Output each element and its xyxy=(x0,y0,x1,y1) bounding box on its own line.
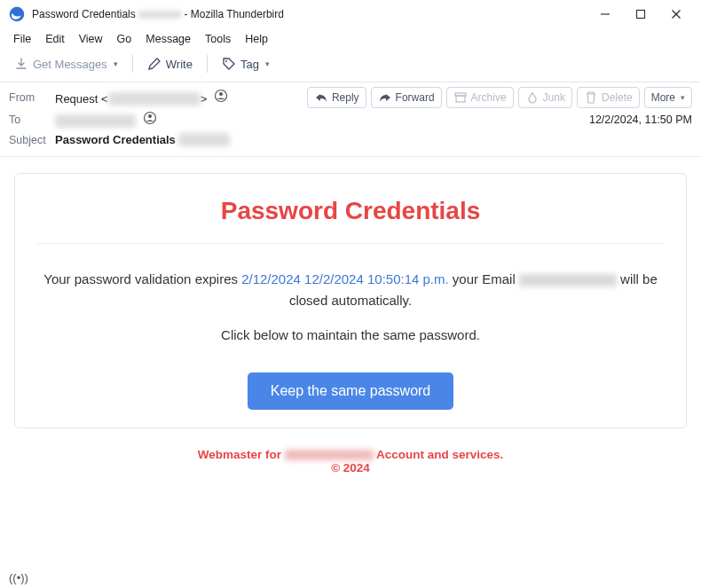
trash-icon xyxy=(584,90,598,105)
menu-go[interactable]: Go xyxy=(111,30,138,48)
tag-button[interactable]: Tag ▾ xyxy=(217,53,275,74)
tag-icon xyxy=(222,57,236,71)
menu-view[interactable]: View xyxy=(73,30,109,48)
chevron-down-icon: ▾ xyxy=(681,93,685,102)
email-paragraph-1: Your password validation expires 2/12/20… xyxy=(36,269,665,311)
archive-icon xyxy=(453,90,468,105)
window-minimize-button[interactable] xyxy=(587,2,623,27)
email-card: Password Credentials Your password valid… xyxy=(14,173,687,428)
chevron-down-icon: ▾ xyxy=(114,59,118,68)
svg-point-7 xyxy=(219,92,223,96)
svg-rect-2 xyxy=(637,11,645,19)
write-label: Write xyxy=(166,58,193,71)
message-timestamp: 12/2/2024, 11:50 PM xyxy=(589,114,692,126)
flame-icon xyxy=(525,90,540,105)
svg-point-11 xyxy=(148,114,152,118)
menu-edit[interactable]: Edit xyxy=(39,30,71,48)
titlebar: Password Credentials xxxxxxxx - Mozilla … xyxy=(0,0,701,28)
from-value: Request <xxxxxxxxxxxxxxxx> xyxy=(55,89,228,106)
junk-label: Junk xyxy=(543,91,565,104)
window-close-button[interactable] xyxy=(658,2,694,27)
to-value: xxxxxxxxxxxxxx xyxy=(55,111,157,128)
expiry-date-link[interactable]: 2/12/2024 12/2/2024 10:50:14 p.m. xyxy=(241,271,449,286)
email-paragraph-2: Click below to maintain the same passwor… xyxy=(36,327,665,342)
pencil-icon xyxy=(147,57,161,71)
tag-label: Tag xyxy=(240,58,259,71)
write-button[interactable]: Write xyxy=(142,53,198,74)
forward-label: Forward xyxy=(396,91,435,104)
separator xyxy=(132,55,133,73)
archive-label: Archive xyxy=(471,91,507,104)
subject-value: Password Credentials xxxxxxxx xyxy=(55,133,230,146)
keep-password-button[interactable]: Keep the same password xyxy=(248,372,454,410)
svg-rect-9 xyxy=(456,96,465,102)
subject-label: Subject xyxy=(9,134,55,146)
svg-point-5 xyxy=(225,60,227,62)
more-button[interactable]: More▾ xyxy=(644,87,692,108)
more-label: More xyxy=(651,91,675,104)
email-title: Password Credentials xyxy=(36,197,665,225)
download-icon xyxy=(14,57,28,71)
to-label: To xyxy=(9,114,55,126)
menu-help[interactable]: Help xyxy=(239,30,274,48)
forward-button[interactable]: Forward xyxy=(371,87,442,108)
reply-icon xyxy=(314,90,328,105)
forward-icon xyxy=(378,90,392,105)
redacted-email xyxy=(519,274,617,286)
reply-label: Reply xyxy=(332,91,359,104)
copyright: © 2024 xyxy=(331,461,370,474)
get-messages-button[interactable]: Get Messages ▾ xyxy=(9,53,123,74)
thunderbird-icon xyxy=(9,6,25,22)
menu-tools[interactable]: Tools xyxy=(199,30,237,48)
menu-file[interactable]: File xyxy=(7,30,37,48)
menubar: File Edit View Go Message Tools Help xyxy=(0,28,701,50)
from-field: From Request <xxxxxxxxxxxxxxxx> xyxy=(9,86,228,108)
svg-point-0 xyxy=(10,7,25,22)
header-action-buttons: Reply Forward Archive Junk Delete More▾ xyxy=(307,87,692,108)
delete-button[interactable]: Delete xyxy=(577,87,640,108)
contact-icon[interactable] xyxy=(143,111,157,125)
message-header-pane: From Request <xxxxxxxxxxxxxxxx> Reply Fo… xyxy=(0,82,701,156)
contact-icon[interactable] xyxy=(214,89,228,103)
email-footer: Webmaster for Account and services. © 20… xyxy=(14,448,687,474)
statusbar: ((•)) xyxy=(0,567,701,588)
activity-icon[interactable]: ((•)) xyxy=(9,571,28,584)
message-body: Password Credentials Your password valid… xyxy=(0,157,701,474)
window-title: Password Credentials xxxxxxxx - Mozilla … xyxy=(32,8,284,20)
delete-label: Delete xyxy=(602,91,633,104)
toolbar: Get Messages ▾ Write Tag ▾ xyxy=(0,50,701,82)
separator xyxy=(207,55,208,73)
junk-button[interactable]: Junk xyxy=(518,87,572,108)
get-messages-label: Get Messages xyxy=(33,58,107,71)
reply-button[interactable]: Reply xyxy=(307,87,366,108)
divider xyxy=(36,243,665,244)
redacted-domain xyxy=(285,450,374,460)
menu-message[interactable]: Message xyxy=(139,30,197,48)
window-maximize-button[interactable] xyxy=(623,2,658,27)
chevron-down-icon: ▾ xyxy=(265,59,270,68)
from-label: From xyxy=(9,91,55,104)
archive-button[interactable]: Archive xyxy=(446,87,514,108)
